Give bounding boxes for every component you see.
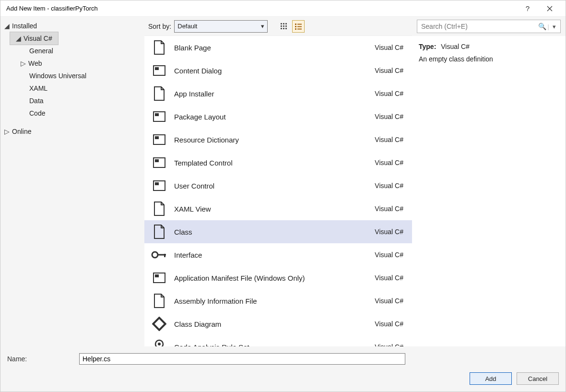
name-label: Name: [7,355,74,363]
template-icon [147,178,171,193]
template-row[interactable]: Blank PageVisual C# [144,36,412,59]
template-name: Code Analysis Rule Set [171,343,375,347]
template-icon [147,201,171,216]
svg-rect-24 [155,182,159,185]
svg-rect-29 [155,274,159,277]
help-button[interactable]: ? [517,0,539,17]
tree-node-online[interactable]: ▷ Online [0,125,144,138]
template-icon [147,339,171,346]
chevron-right-icon: ▷ [20,59,26,67]
svg-rect-2 [285,23,287,24]
add-button[interactable]: Add [470,372,512,385]
template-icon [147,271,171,285]
template-row[interactable]: User ControlVisual C# [144,174,412,197]
titlebar: Add New Item - classifierPyTorch ? [0,0,566,17]
sort-by-combo[interactable]: Default ▾ [174,20,268,33]
template-name: Content Dialog [171,67,375,75]
name-input[interactable] [79,353,405,365]
template-row[interactable]: Application Manifest File (Windows Only)… [144,266,412,289]
svg-point-33 [158,343,161,345]
template-row[interactable]: Templated ControlVisual C# [144,151,412,174]
template-name: Class Diagram [171,320,375,328]
template-row[interactable]: App InstallerVisual C# [144,82,412,105]
chevron-down-icon: ▾ [261,23,264,30]
view-list-button[interactable] [293,21,304,32]
chevron-down-icon: ◢ [3,22,10,30]
list-icon [295,23,302,30]
svg-rect-4 [283,25,284,27]
template-lang: Visual C# [375,136,403,143]
template-name: Class [171,228,375,236]
tree-node-general[interactable]: General [0,45,144,57]
search-wrap: 🔍 | ▾ [412,17,566,36]
template-toolbar: Sort by: Default ▾ [144,17,412,36]
template-lang: Visual C# [375,251,403,259]
svg-rect-0 [281,23,282,24]
template-icon [147,155,171,170]
svg-rect-7 [283,28,284,29]
svg-rect-10 [297,24,302,24]
template-icon [147,86,171,101]
template-row[interactable]: Package LayoutVisual C# [144,105,412,128]
template-row[interactable]: Assembly Information FileVisual C# [144,289,412,312]
cancel-button[interactable]: Cancel [517,372,559,385]
tree-node-web[interactable]: ▷Web [0,57,144,70]
svg-rect-9 [295,24,296,25]
template-row[interactable]: InterfaceVisual C# [144,243,412,266]
detail-description: An empty class definition [419,55,559,63]
template-row[interactable]: ClassVisual C# [144,220,412,243]
search-box[interactable]: 🔍 | ▾ [417,20,561,33]
svg-rect-22 [155,159,159,162]
template-list[interactable]: Blank PageVisual C#Content DialogVisual … [144,36,412,346]
tree-node-xaml[interactable]: XAML [0,82,144,95]
svg-point-25 [152,252,158,258]
template-row[interactable]: Code Analysis Rule SetVisual C# [144,335,412,346]
template-icon [147,40,171,55]
template-lang: Visual C# [375,205,403,213]
template-row[interactable]: Content DialogVisual C# [144,59,412,82]
tree-node-data[interactable]: Data [0,95,144,107]
close-button[interactable] [539,0,561,17]
details-body: Type: Visual C# An empty class definitio… [412,36,566,346]
grid-icon [280,23,288,30]
template-row[interactable]: Resource DictionaryVisual C# [144,128,412,151]
template-icon [147,317,171,331]
search-dropdown-separator: | [548,23,549,30]
tree-node-visual-csharp[interactable]: ◢ Visual C# [10,32,58,45]
sort-by-label: Sort by: [148,23,171,30]
template-name: Blank Page [171,44,375,52]
detail-type-label: Type: [419,43,436,50]
search-input[interactable] [420,22,538,31]
template-name: Package Layout [171,113,375,121]
template-lang: Visual C# [375,182,403,190]
search-icon: 🔍 [538,23,546,30]
template-row[interactable]: Class DiagramVisual C# [144,312,412,335]
template-row[interactable]: XAML ViewVisual C# [144,197,412,220]
detail-type-value: Visual C# [441,43,470,50]
svg-rect-11 [295,26,296,27]
view-small-icons-button[interactable] [278,21,290,32]
chevron-right-icon: ▷ [3,128,10,135]
template-lang: Visual C# [375,274,403,282]
template-name: Templated Control [171,159,375,167]
chevron-down-icon: ◢ [15,35,22,42]
template-lang: Visual C# [375,343,403,346]
tree-node-code[interactable]: Code [0,107,144,119]
window-title: Add New Item - classifierPyTorch [6,5,517,12]
main-region: ◢ Installed ◢ Visual C# General ▷Web Win… [0,17,566,346]
svg-rect-1 [283,23,284,24]
svg-rect-3 [281,25,282,27]
template-lang: Visual C# [375,44,403,51]
svg-rect-27 [164,254,165,257]
template-lang: Visual C# [375,297,403,305]
template-lang: Visual C# [375,67,403,74]
template-lang: Visual C# [375,90,403,97]
template-lang: Visual C# [375,228,403,236]
svg-rect-18 [155,113,159,116]
chevron-down-icon[interactable]: ▾ [551,23,557,30]
template-name: Assembly Information File [171,297,375,305]
tree-node-windows-universal[interactable]: Windows Universal [0,70,144,82]
template-icon [147,63,171,78]
sort-by-value: Default [177,23,197,30]
tree-node-installed[interactable]: ◢ Installed [0,20,144,32]
